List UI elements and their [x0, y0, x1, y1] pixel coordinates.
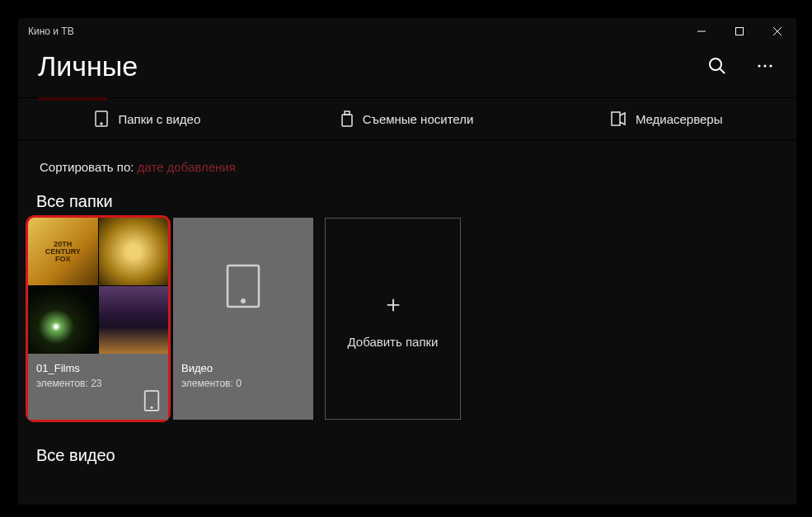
page-header: Личные: [18, 45, 796, 87]
svg-point-6: [758, 64, 760, 67]
window-title: Кино и ТВ: [28, 26, 74, 37]
thumbnail: [28, 286, 98, 354]
folder-tile-video[interactable]: Видео элементов: 0: [173, 218, 313, 420]
folder-grid: 20THCENTURYFOX 01_Films элементов: 23: [18, 218, 796, 420]
titlebar: Кино и ТВ: [18, 18, 796, 45]
svg-point-15: [150, 407, 153, 409]
tile-preview: 20THCENTURYFOX: [28, 218, 168, 354]
folder-name: 01_Films: [36, 362, 160, 374]
section-all-videos: Все видео: [18, 438, 796, 472]
tab-removable-media[interactable]: Съемные носители: [278, 98, 537, 139]
close-icon: [773, 27, 781, 35]
thumbnail: [99, 218, 169, 285]
thumbnail: 20THCENTURYFOX: [28, 218, 98, 285]
svg-line-5: [720, 69, 725, 74]
tab-media-servers[interactable]: Медиасерверы: [537, 98, 796, 139]
add-folder-tile[interactable]: ＋ Добавить папки: [325, 218, 461, 420]
folder-tile-01-films[interactable]: 20THCENTURYFOX 01_Films элементов: 23: [28, 218, 168, 420]
thumbnail: [99, 286, 169, 354]
window-controls: [683, 18, 796, 45]
title-underline: [38, 97, 107, 101]
tabs: Папки с видео Съемные носители Медиасерв…: [18, 97, 796, 140]
svg-point-17: [241, 298, 246, 303]
svg-point-7: [763, 64, 766, 67]
section-all-folders: Все папки: [18, 184, 796, 218]
minimize-icon: [697, 27, 706, 35]
device-phone-icon: [226, 264, 260, 308]
minimize-button[interactable]: [683, 18, 720, 45]
folder-count: элементов: 23: [36, 378, 160, 389]
add-folder-label: Добавить папки: [348, 335, 439, 349]
device-phone-icon: [143, 390, 160, 411]
svg-point-8: [769, 64, 772, 67]
svg-rect-1: [736, 28, 744, 35]
device-phone-icon: [95, 110, 108, 127]
search-button[interactable]: [701, 49, 734, 82]
maximize-button[interactable]: [720, 18, 758, 45]
svg-rect-13: [612, 112, 620, 125]
server-icon: [611, 110, 626, 127]
usb-drive-icon: [341, 110, 353, 127]
tab-label: Съемные носители: [363, 112, 474, 126]
maximize-icon: [735, 27, 744, 35]
more-icon: [757, 63, 773, 68]
tile-preview-empty: [173, 218, 313, 354]
tab-label: Медиасерверы: [636, 112, 723, 126]
header-actions: [701, 49, 781, 82]
sort-label: Сортировать по:: [40, 160, 134, 174]
more-button[interactable]: [749, 49, 781, 82]
sort-row: Сортировать по: дате добавления: [18, 140, 796, 184]
plus-icon: ＋: [382, 289, 405, 320]
close-button[interactable]: [758, 18, 796, 45]
folder-name: Видео: [181, 362, 305, 374]
tab-video-folders[interactable]: Папки с видео: [18, 98, 278, 139]
search-icon: [708, 57, 726, 75]
tab-label: Папки с видео: [118, 112, 200, 126]
svg-point-4: [710, 59, 721, 70]
svg-rect-12: [342, 115, 352, 126]
sort-dropdown[interactable]: дате добавления: [138, 160, 236, 174]
tile-info: Видео элементов: 0: [173, 354, 313, 420]
page-title: Личные: [38, 50, 138, 82]
svg-point-10: [101, 123, 102, 125]
tile-info: 01_Films элементов: 23: [28, 354, 168, 420]
folder-count: элементов: 0: [181, 378, 305, 389]
